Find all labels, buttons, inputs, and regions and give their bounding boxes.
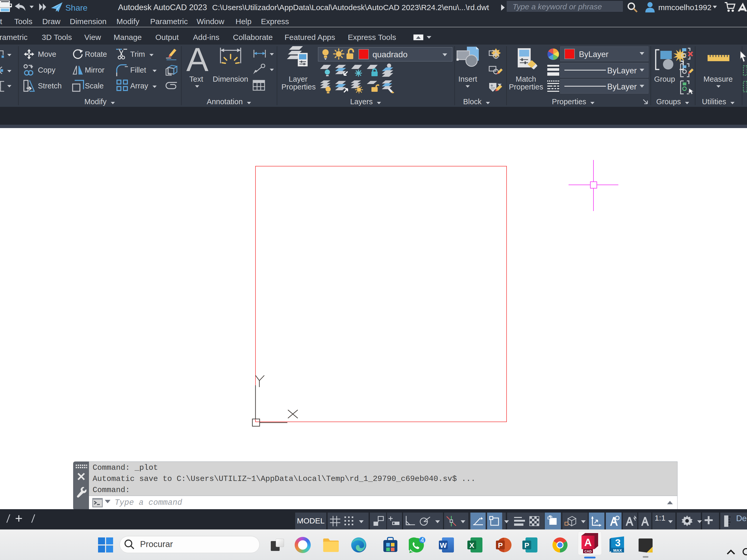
svg-text:MAX: MAX — [613, 548, 622, 553]
svg-text:CAD: CAD — [584, 550, 592, 553]
svg-text:W: W — [440, 541, 447, 550]
svg-text:4: 4 — [420, 537, 424, 544]
svg-text:P: P — [498, 541, 503, 550]
svg-text:3: 3 — [615, 537, 620, 548]
svg-text:P: P — [524, 541, 530, 550]
svg-text:A: A — [186, 46, 209, 72]
svg-text:A: A — [584, 537, 592, 548]
svg-text:X: X — [469, 541, 474, 550]
